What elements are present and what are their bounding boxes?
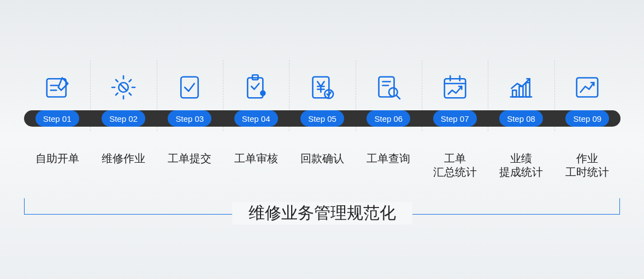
edit-note-icon	[40, 70, 75, 105]
diagram-title: 维修业务管理规范化	[232, 202, 412, 224]
step-cell	[422, 70, 488, 105]
step-pill: Step 01	[36, 110, 79, 127]
step-pill: Step 07	[433, 110, 477, 127]
step-label: 工单查询	[356, 152, 422, 179]
document-search-icon	[371, 70, 406, 105]
step-cell	[157, 70, 223, 105]
step-label: 工单汇总统计	[422, 152, 488, 179]
step-label: 维修作业	[90, 152, 156, 179]
step-cell	[223, 70, 289, 105]
step-label: 工单审核	[223, 152, 289, 179]
step-label: 工单提交	[157, 152, 223, 179]
step-pill: Step 08	[499, 110, 543, 127]
yen-confirm-icon	[305, 70, 340, 105]
bar-trend-icon	[504, 70, 539, 105]
step-label: 自助开单	[24, 152, 90, 179]
step-label-row: 自助开单维修作业工单提交工单审核回款确认工单查询工单汇总统计业绩提成统计作业工时…	[24, 152, 621, 179]
step-cell	[554, 70, 621, 105]
document-check-icon	[172, 70, 207, 105]
step-cell	[289, 70, 355, 105]
step-pill: Step 06	[367, 110, 410, 127]
step-cell	[356, 70, 422, 105]
step-pill: Step 09	[565, 110, 609, 127]
step-cell	[488, 70, 554, 105]
step-cell	[24, 70, 90, 105]
step-icon-row	[24, 70, 621, 105]
step-label: 业绩提成统计	[488, 152, 554, 179]
step-pill: Step 02	[102, 110, 145, 127]
gear-wrench-icon	[106, 70, 141, 105]
step-pill: Step 05	[300, 110, 344, 127]
clipboard-lock-icon	[239, 70, 274, 105]
line-trend-icon	[570, 70, 605, 105]
step-label: 回款确认	[289, 152, 355, 179]
step-cell	[90, 70, 156, 105]
step-pill: Step 04	[234, 110, 278, 127]
step-label: 作业工时统计	[554, 152, 621, 179]
process-diagram: Step 01Step 02Step 03Step 04Step 05Step …	[24, 70, 621, 179]
step-pill: Step 03	[168, 110, 211, 127]
step-track: Step 01Step 02Step 03Step 04Step 05Step …	[24, 110, 621, 127]
calendar-chart-icon	[438, 70, 472, 105]
